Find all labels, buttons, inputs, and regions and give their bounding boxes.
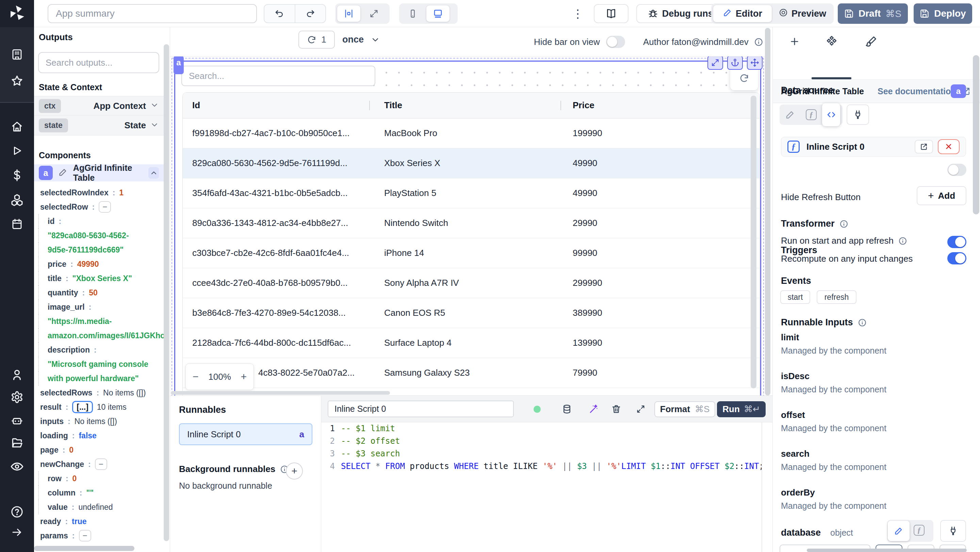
windmill-logo-icon[interactable] (8, 4, 26, 22)
move-component-button[interactable] (747, 56, 762, 70)
format-button[interactable]: Format⌘S (654, 401, 715, 417)
ctx-row[interactable]: ctx App Context (34, 96, 164, 116)
refresh-count-button[interactable]: 1 (298, 31, 335, 49)
aggrid-component[interactable]: a IdTitlePrice f991898d-cb27-4ac7-b10c-0… (174, 60, 761, 404)
database-icon[interactable] (559, 396, 575, 422)
folders-icon[interactable] (11, 437, 24, 450)
zoom-in-button[interactable]: + (237, 371, 250, 383)
grid-search-input[interactable] (181, 66, 375, 86)
info-icon[interactable] (858, 318, 867, 327)
column-header-price[interactable]: Price (561, 92, 759, 118)
component-output-row[interactable]: a AgGrid Infinite Table (34, 164, 164, 181)
settings-vertical-scrollbar[interactable] (973, 55, 979, 215)
chevron-up-icon[interactable] (148, 167, 159, 179)
undo-button[interactable] (264, 5, 295, 22)
favorites-star-icon[interactable] (11, 75, 24, 87)
variables-dollar-icon[interactable] (11, 169, 24, 182)
tab-preview[interactable]: Preview (773, 5, 832, 22)
delete-trash-icon[interactable] (608, 396, 624, 422)
table-row[interactable]: c303bce7-cb2e-42c6-8fdf-6aa01fc4e4...iPh… (183, 238, 759, 268)
run-mode-select[interactable]: once (342, 31, 380, 49)
outputs-vertical-scrollbar[interactable] (164, 44, 169, 541)
pencil-icon[interactable] (58, 167, 68, 178)
runs-play-icon[interactable] (11, 145, 23, 157)
redo-button[interactable] (295, 5, 326, 22)
expand-editor-icon[interactable] (633, 396, 649, 422)
template-fx-icon[interactable]: ƒ (914, 525, 924, 536)
fullwidth-expand-button[interactable] (363, 5, 385, 22)
code-editor[interactable]: 1-- $1 limit2-- $2 offset3-- $3 search4S… (321, 422, 772, 552)
event-chip-start[interactable]: start (780, 290, 810, 304)
workers-robot-icon[interactable] (11, 414, 24, 427)
app-summary-input[interactable] (48, 4, 257, 23)
column-header-title[interactable]: Title (370, 92, 561, 118)
run-button[interactable]: Run⌘↵ (717, 401, 765, 417)
settings-gear-icon[interactable] (11, 391, 24, 404)
outputs-horizontal-scrollbar[interactable] (34, 546, 134, 551)
anchor-component-button[interactable] (727, 56, 743, 70)
hide-refresh-toggle[interactable] (947, 164, 966, 176)
tab-editor[interactable]: Editor (713, 5, 772, 22)
remove-script-button[interactable]: ✕ (938, 139, 959, 154)
chevron-down-icon[interactable] (150, 121, 159, 131)
zoom-out-button[interactable]: − (189, 371, 202, 383)
component-tag[interactable]: a (173, 56, 184, 74)
static-pencil-icon[interactable] (888, 521, 910, 541)
collapse-toggle[interactable]: − (99, 201, 111, 213)
table-row[interactable]: 354f6afd-43ac-4321-b1bc-0b5e5adcb...Play… (183, 178, 759, 208)
static-pencil-icon[interactable] (780, 110, 801, 120)
tab-add-component[interactable] (782, 31, 807, 52)
add-transformer-button[interactable]: +Add (917, 186, 966, 205)
table-row[interactable]: 2128adca-7fc6-44bd-800c-dc115df6ac...Sur… (183, 328, 759, 358)
tab-styling-brush[interactable] (859, 31, 884, 52)
info-icon[interactable] (898, 237, 907, 245)
collapse-toggle[interactable]: − (95, 458, 107, 470)
tab-component-settings[interactable] (819, 31, 844, 52)
column-header-id[interactable]: Id (183, 92, 370, 118)
connect-plug-icon[interactable] (846, 105, 869, 125)
run-on-start-toggle[interactable] (947, 236, 966, 248)
chevron-down-icon[interactable] (150, 101, 159, 111)
eval-code-icon[interactable] (822, 103, 840, 126)
canvas-vertical-scrollbar[interactable] (765, 28, 770, 395)
expand-component-button[interactable] (708, 56, 723, 70)
table-row[interactable]: f991898d-cb27-4ac7-b10c-0b9050ce1...MacB… (183, 118, 759, 148)
deploy-button[interactable]: Deploy (914, 3, 972, 24)
add-background-runnable-button[interactable]: + (286, 463, 303, 479)
audit-eye-icon[interactable] (10, 460, 24, 473)
table-row[interactable]: ccee43dc-27e0-40a8-b768-b09579b0...Sony … (183, 268, 759, 298)
grid-refresh-button[interactable] (730, 66, 758, 90)
home-icon[interactable] (11, 120, 24, 133)
runnable-item-selected[interactable]: Inline Script 0 a (179, 423, 312, 445)
collapse-toggle[interactable]: − (79, 530, 91, 541)
search-outputs-input[interactable] (38, 52, 159, 73)
ai-wand-icon[interactable] (585, 396, 602, 422)
canvas-horizontal-scrollbar[interactable] (171, 391, 390, 395)
table-row[interactable]: 4c83-8022-5e70a07a2...Samsung Galaxy S23… (183, 358, 759, 388)
table-row[interactable]: 89c0a336-1343-4812-ac34-e4bb8e27...Ninte… (183, 208, 759, 238)
collapse-sidebar-arrow-icon[interactable] (11, 526, 23, 538)
recompute-toggle[interactable] (947, 252, 966, 264)
script-name-input[interactable] (328, 401, 514, 417)
workspace-icon[interactable] (11, 48, 23, 60)
connect-plug-icon[interactable] (940, 520, 966, 542)
align-center-button[interactable] (337, 5, 360, 22)
draft-button[interactable]: Draft⌘S (838, 3, 908, 24)
schedules-calendar-icon[interactable] (11, 218, 23, 230)
event-chip-refresh[interactable]: refresh (817, 290, 856, 304)
user-icon[interactable] (11, 368, 24, 381)
help-icon[interactable] (11, 505, 24, 518)
info-icon[interactable] (754, 37, 763, 47)
mobile-view-button[interactable] (401, 5, 424, 22)
info-icon[interactable] (840, 220, 848, 228)
table-row[interactable]: b3e864c8-7fe3-4270-89e9-54c12038...Canon… (183, 298, 759, 328)
docs-book-button[interactable] (594, 4, 628, 23)
hide-bar-toggle[interactable] (606, 36, 625, 48)
desktop-view-button[interactable] (426, 5, 450, 22)
template-fx-icon[interactable]: ƒ (801, 109, 822, 120)
resources-boxes-icon[interactable] (11, 194, 24, 207)
state-row[interactable]: state State (34, 116, 164, 135)
expand-result-button[interactable]: [...] (72, 401, 93, 413)
more-menu-kebab[interactable]: ⋮ (571, 5, 585, 22)
table-vertical-scrollbar[interactable] (751, 95, 756, 388)
